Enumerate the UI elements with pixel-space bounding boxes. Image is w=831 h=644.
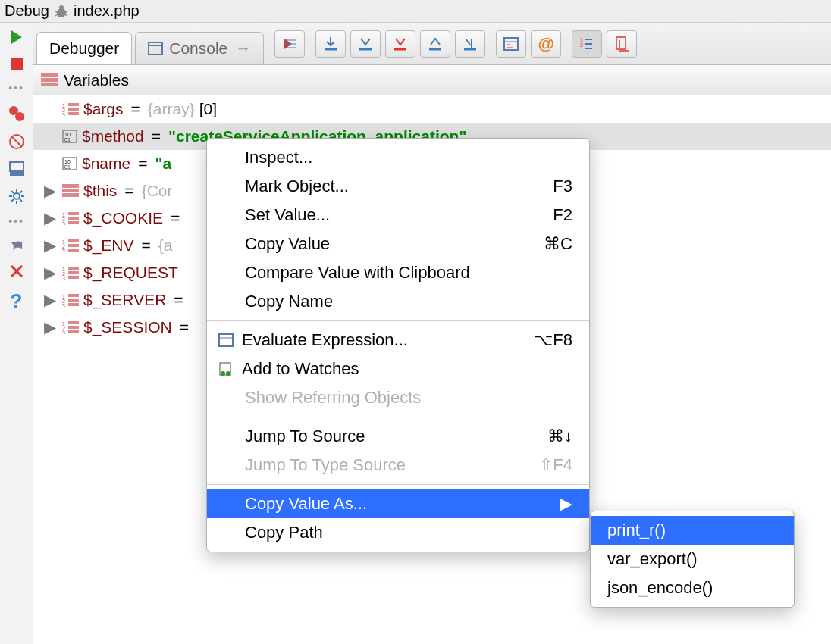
popout-icon[interactable]: → xyxy=(235,39,251,58)
pin-icon[interactable] xyxy=(9,238,24,253)
var-row[interactable]: 123 $args = {array} [0] xyxy=(33,95,831,123)
copy-button[interactable] xyxy=(607,30,637,58)
tabbar: Debugger Console → @ 12 xyxy=(33,23,831,65)
var-suffix: [0] xyxy=(199,100,217,118)
var-name: $_SESSION xyxy=(83,318,172,336)
svg-text:3: 3 xyxy=(62,303,65,307)
cm-add-to-watches[interactable]: Add to Watches xyxy=(207,355,589,383)
var-eq: = xyxy=(171,209,180,227)
debug-toolbar xyxy=(274,30,305,58)
dots-icon: ••• xyxy=(8,82,24,94)
submenu-json-encode[interactable]: json_encode() xyxy=(591,574,794,602)
calc-icon xyxy=(218,333,234,348)
var-name: $_COOKIE xyxy=(83,209,163,227)
step-into-button[interactable] xyxy=(350,30,381,58)
cm-show-referring: Show Referring Objects xyxy=(207,383,589,412)
layout-icon[interactable] xyxy=(8,161,25,177)
svg-text:1: 1 xyxy=(580,37,583,42)
run-to-cursor-button[interactable] xyxy=(455,30,485,58)
svg-rect-12 xyxy=(10,171,24,176)
array-icon: 123 xyxy=(62,239,79,252)
svg-rect-79 xyxy=(68,267,79,270)
svg-rect-45 xyxy=(616,37,626,49)
svg-text:3: 3 xyxy=(62,112,65,116)
watch-icon xyxy=(218,361,234,377)
svg-rect-46 xyxy=(41,73,58,77)
sort-button[interactable]: 12 xyxy=(572,30,602,58)
left-toolbar: ••• ••• ? xyxy=(0,23,33,644)
step-over-button[interactable] xyxy=(315,30,346,58)
var-str: "a xyxy=(155,155,171,173)
step-out-button[interactable] xyxy=(420,30,450,58)
context-menu: Inspect... Mark Object...F3 Set Value...… xyxy=(206,138,590,552)
binary-icon: 1001 xyxy=(62,157,77,170)
settings-icon[interactable] xyxy=(8,188,25,205)
submenu-print-r[interactable]: print_r() xyxy=(591,516,794,545)
svg-text:10: 10 xyxy=(64,159,71,164)
cm-compare-clipboard[interactable]: Compare Value with Clipboard xyxy=(207,258,589,287)
svg-rect-52 xyxy=(68,103,79,106)
submenu-var-export[interactable]: var_export() xyxy=(591,545,794,574)
svg-line-19 xyxy=(20,199,22,202)
expand-icon[interactable]: ▶ xyxy=(44,236,58,255)
var-name: $args xyxy=(83,100,124,118)
cm-jump-to-source[interactable]: Jump To Source⌘↓ xyxy=(207,422,589,451)
svg-rect-53 xyxy=(68,108,79,111)
chevron-right-icon: ▶ xyxy=(560,494,572,514)
svg-rect-11 xyxy=(10,162,24,171)
cm-copy-value-as[interactable]: Copy Value As...▶ xyxy=(207,489,589,518)
cm-inspect[interactable]: Inspect... xyxy=(207,143,589,172)
svg-point-98 xyxy=(226,371,230,376)
svg-rect-62 xyxy=(62,189,79,192)
svg-rect-24 xyxy=(149,42,162,55)
stop-icon[interactable] xyxy=(9,56,24,71)
expand-icon[interactable]: ▶ xyxy=(44,182,58,200)
expand-icon[interactable]: ▶ xyxy=(44,209,58,227)
var-name: $name xyxy=(82,155,130,173)
mute-breakpoints-icon[interactable] xyxy=(8,133,25,150)
separator xyxy=(207,320,589,321)
variables-list: 123 $args = {array} [0] 1001 $method = "… xyxy=(33,95,831,644)
svg-line-4 xyxy=(55,14,58,16)
svg-text:3: 3 xyxy=(62,221,65,225)
svg-rect-86 xyxy=(68,299,79,302)
expand-icon[interactable]: ▶ xyxy=(44,264,58,282)
var-name: $method xyxy=(82,127,144,145)
svg-point-13 xyxy=(14,193,20,199)
expand-icon[interactable]: ▶ xyxy=(44,318,58,336)
cm-set-value[interactable]: Set Value...F2 xyxy=(207,201,589,230)
debug-title: Debug xyxy=(5,2,49,20)
svg-text:3: 3 xyxy=(62,249,65,252)
cm-jump-to-type-source: Jump To Type Source⇧F4 xyxy=(207,451,589,480)
cm-mark-object[interactable]: Mark Object...F3 xyxy=(207,172,589,201)
expand-icon[interactable]: ▶ xyxy=(44,291,58,309)
var-name: $_ENV xyxy=(83,236,134,255)
svg-rect-85 xyxy=(68,294,79,297)
svg-rect-67 xyxy=(68,212,79,215)
breakpoints-icon[interactable] xyxy=(8,105,26,123)
help-icon[interactable]: ? xyxy=(11,289,23,313)
svg-rect-87 xyxy=(68,303,79,306)
at-icon-button[interactable]: @ xyxy=(531,30,561,58)
resume-icon[interactable] xyxy=(8,29,25,45)
show-execution-point-button[interactable] xyxy=(274,30,305,58)
svg-rect-74 xyxy=(68,244,79,247)
array-icon: 123 xyxy=(62,211,79,225)
submenu: print_r() var_export() json_encode() xyxy=(590,511,795,608)
svg-rect-36 xyxy=(504,38,518,50)
cm-evaluate-expression[interactable]: Evaluate Expression...⌥F8 xyxy=(207,326,589,355)
evaluate-button[interactable] xyxy=(496,30,526,58)
tab-console[interactable]: Console → xyxy=(135,32,264,65)
svg-rect-6 xyxy=(11,58,23,70)
force-step-into-button[interactable] xyxy=(385,30,416,58)
cm-copy-value[interactable]: Copy Value⌘C xyxy=(207,230,589,258)
svg-rect-63 xyxy=(62,193,79,197)
var-name: $_REQUEST xyxy=(83,264,178,282)
cm-copy-path[interactable]: Copy Path xyxy=(207,518,589,547)
bug-icon xyxy=(54,4,69,19)
cm-copy-name[interactable]: Copy Name xyxy=(207,287,589,316)
svg-line-21 xyxy=(20,191,22,193)
var-type: {Cor xyxy=(142,182,173,200)
tab-debugger[interactable]: Debugger xyxy=(36,32,132,65)
close-icon[interactable] xyxy=(9,264,24,279)
